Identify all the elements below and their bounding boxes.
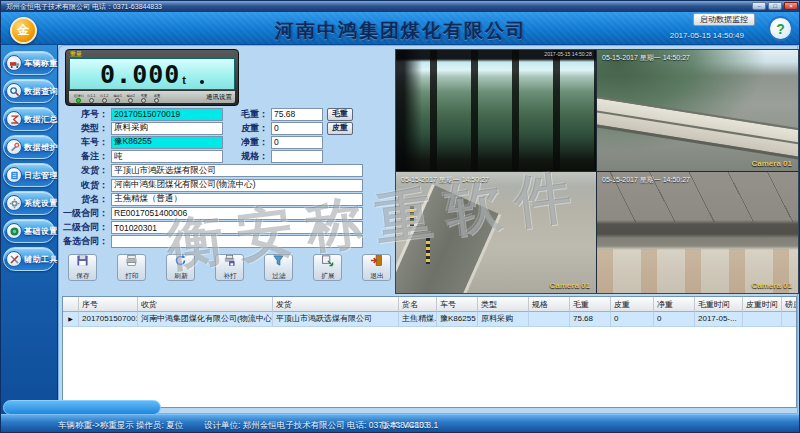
camera-timestamp: 05-15-2017 星期一 14:50:27 (401, 175, 489, 185)
seq-input[interactable] (111, 108, 223, 121)
camera-name-label: Camera 01 (752, 159, 792, 168)
table-header-cell[interactable]: 序号 (79, 297, 138, 312)
table-header-cell[interactable]: 毛重时间 (695, 297, 743, 312)
print-button[interactable]: 打印 (117, 254, 146, 281)
contract3-label: 备选合同： (61, 235, 111, 248)
table-header-cell[interactable]: 收货 (138, 297, 273, 312)
sidebar-item-system-settings[interactable]: 系统设置 (3, 191, 55, 215)
save-button[interactable]: 保存 (68, 254, 97, 281)
sidebar-item-data-query[interactable]: 数据查询 (3, 79, 55, 103)
table-header-cell[interactable]: 皮重 (611, 297, 654, 312)
table-cell: 75.68 (570, 312, 611, 326)
goods-input[interactable] (111, 193, 363, 206)
gross-input[interactable] (271, 108, 323, 121)
contract2-label: 二级合同： (61, 221, 111, 234)
table-cell (529, 312, 570, 326)
toolbar: 保存 打印 刷新 补打 过滤 扩展 (61, 254, 395, 281)
note-input[interactable] (111, 150, 223, 163)
log-icon (6, 167, 22, 183)
sidebar-item-basic-settings[interactable]: 基础设置 (3, 219, 55, 243)
spec-input[interactable] (271, 150, 323, 163)
receiver-input[interactable] (111, 179, 363, 192)
tare-input[interactable] (271, 122, 323, 135)
table-header-cell[interactable]: 皮重时间 (743, 297, 782, 312)
led-dot (154, 98, 159, 103)
gross-button[interactable]: 毛重 (327, 108, 353, 121)
table-header-gutter (63, 297, 79, 312)
contract3-input[interactable] (111, 235, 363, 248)
comm-settings-link[interactable]: 通讯设置 (206, 93, 232, 102)
sidebar-item-aux-tools[interactable]: 辅助工具 (3, 247, 55, 271)
main-panel: 重量 0.000 t 红绿灯 灯1-1 灯1-2 稳定1 稳定2 毛重 皮重 通… (58, 45, 798, 414)
sidebar-item-log-management[interactable]: 日志管理 (3, 163, 55, 187)
table-row[interactable]: ▶ 20170515070019 河南中鸿集团煤化有限公司(物流中心) 平顶山市… (63, 312, 796, 327)
receiver-label: 收货： (61, 179, 111, 192)
sidebar-item-data-summary[interactable]: 数据汇总 (3, 107, 55, 131)
net-input[interactable] (271, 136, 323, 149)
truck-no-label: 车号： (61, 136, 111, 149)
filter-button[interactable]: 过滤 (264, 254, 293, 281)
table-header-cell[interactable]: 规格 (529, 297, 570, 312)
truck-scale-icon (6, 55, 22, 71)
led-dot (89, 98, 94, 103)
question-icon: ? (776, 21, 785, 37)
camera-feed-4: 05-15-2017 星期一 14:50:27 Camera 01 (597, 172, 798, 293)
goods-label: 货名： (61, 193, 111, 206)
window-controls: － □ × (752, 2, 798, 10)
expand-icon (321, 254, 334, 270)
exit-button[interactable]: 退出 (362, 254, 391, 281)
table-header-cell[interactable]: 发货 (273, 297, 399, 312)
refresh-icon (174, 254, 187, 270)
row-selector-arrow-icon: ▶ (68, 316, 73, 322)
table-cell: 0 (611, 312, 654, 326)
camera-name-label: Camera 01 (550, 281, 590, 290)
type-input[interactable] (111, 122, 223, 135)
tools-icon (6, 251, 22, 267)
sidebar-item-vehicle-weighing[interactable]: 车辆称重 (3, 51, 55, 75)
sidebar-item-data-maintenance[interactable]: 数据维护 (3, 135, 55, 159)
close-button[interactable]: × (784, 2, 798, 10)
contract1-input[interactable] (111, 207, 363, 220)
note-label: 备注： (61, 150, 111, 163)
led-dot (102, 98, 107, 103)
summary-icon (6, 111, 22, 127)
app-window: 郑州金恒电子技术有限公司 电话：0371-63844833 － □ × 河南中鸿… (0, 0, 800, 433)
striped-post (410, 206, 414, 226)
refresh-button[interactable]: 刷新 (166, 254, 195, 281)
truck-no-input[interactable] (111, 136, 223, 149)
filter-icon (272, 254, 285, 270)
table-cell (743, 312, 782, 326)
reprint-button[interactable]: 补打 (215, 254, 244, 281)
led-dot (141, 98, 146, 103)
wrench-icon (6, 139, 22, 155)
lcd-readout: 0.000 t (69, 58, 235, 90)
tare-button[interactable]: 皮重 (327, 122, 353, 135)
table-header-cell[interactable]: 净重 (654, 297, 695, 312)
sender-input[interactable] (111, 164, 363, 177)
minimize-button[interactable]: － (752, 2, 766, 10)
table-cell (782, 312, 797, 326)
contract1-label: 一级合同： (61, 207, 111, 220)
statusbar: 车辆称重->称重显示 操作员: 夏位 设计单位: 郑州金恒电子技术有限公司 电话… (1, 414, 800, 433)
table-header-row: 序号 收货 发货 货名 车号 类型 规格 毛重 皮重 净重 毛重时间 皮重时间 … (63, 297, 796, 312)
app-logo-icon: 金 (10, 17, 37, 44)
table-header-cell[interactable]: 类型 (478, 297, 529, 312)
maximize-button[interactable]: □ (768, 2, 782, 10)
camera-timestamp: 05-15-2017 星期一 14:50:27 (602, 53, 690, 63)
save-icon (76, 254, 89, 270)
weighbridge-platform (597, 94, 798, 163)
help-button[interactable]: ? (768, 16, 793, 41)
contract2-input[interactable] (111, 221, 363, 234)
table-header-cell[interactable]: 车号 (437, 297, 478, 312)
expand-button[interactable]: 扩展 (313, 254, 342, 281)
weighbridge-road (396, 184, 501, 293)
table-header-cell[interactable]: 货名 (399, 297, 437, 312)
sidebar-bottom-decoration (3, 400, 161, 415)
indicator-light: 灯1-1 (85, 92, 98, 103)
datetime-display: 2017-05-15 14:50:49 (670, 31, 744, 40)
indicator-light: 稳定2 (124, 92, 137, 103)
start-monitor-button[interactable]: 启动数据监控 (693, 13, 755, 26)
header-band: 河南中鸿集团煤化有限公司 (1, 12, 800, 45)
table-header-cell[interactable]: 毛重 (570, 297, 611, 312)
table-header-cell[interactable]: 磅房1 (782, 297, 797, 312)
